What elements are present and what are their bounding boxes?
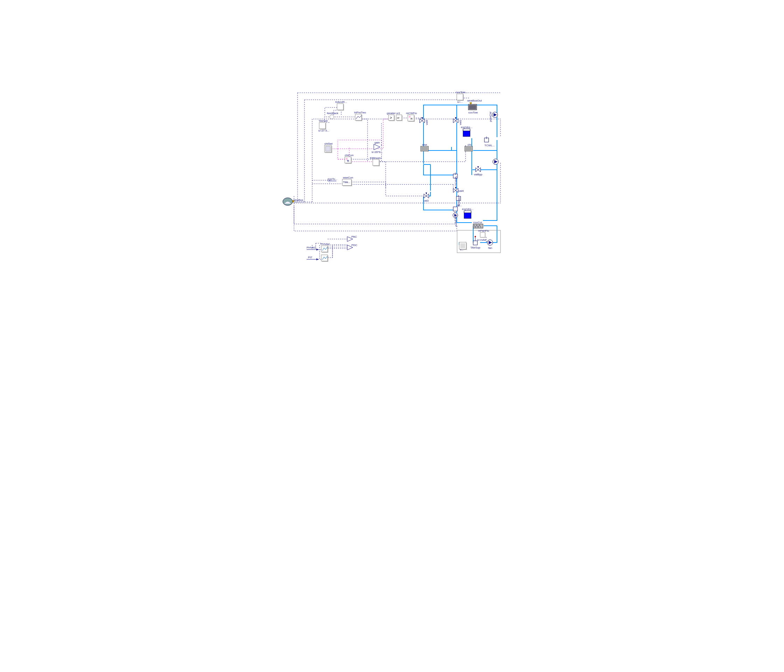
block-TAirSet: TAirSet k=27.5... (319, 119, 329, 132)
svg-rect-15 (325, 146, 330, 151)
svg-text:k=27.5...: k=27.5... (319, 129, 329, 132)
diagram-canvas: weaBus TAirSet k=27.5... feedback triAnd… (185, 0, 599, 350)
svg-marker-22 (374, 144, 380, 150)
block-cooTowSet: cooTow... k=... (456, 91, 467, 104)
svg-text:or: or (397, 116, 399, 119)
svg-rect-59 (463, 129, 470, 131)
svg-text:feedback: feedback (327, 112, 338, 115)
svg-text:valByp: valByp (474, 173, 483, 176)
svg-rect-62 (422, 146, 428, 151)
block-wseCon: TWe... wseCon (342, 176, 353, 186)
fluid-pipes (423, 105, 497, 245)
block-room: r... (459, 242, 467, 251)
block-pumCW: pumCW (489, 112, 498, 122)
svg-text:>: > (390, 116, 392, 120)
svg-rect-53 (469, 105, 476, 109)
svg-text:weaBusOut: weaBusOut (467, 99, 482, 102)
svg-marker-85 (426, 193, 427, 194)
svg-rect-93 (453, 207, 457, 211)
svg-text:pumCHW: pumCHW (454, 214, 457, 226)
svg-rect-98 (464, 212, 471, 218)
label-expTo: expTo... (328, 177, 338, 181)
svg-text:or1: or1 (396, 112, 400, 115)
svg-text:PHVAC: PHVAC (306, 246, 316, 249)
block-cooTow: cooTow (468, 104, 478, 114)
block-fan: fan (487, 240, 493, 250)
svg-text:cooCoi: cooCoi (473, 221, 482, 224)
svg-text:val5: val5 (425, 120, 428, 125)
svg-rect-106 (460, 243, 465, 248)
svg-text:chiSwi: chiSwi (324, 142, 333, 145)
svg-text:KMinusU: KMinusU (370, 156, 381, 160)
svg-text:TCHWL: TCHWL (454, 176, 457, 186)
svg-text:wse: wse (422, 143, 427, 146)
svg-rect-126 (321, 246, 328, 252)
svg-text:PAC: PAC (352, 235, 357, 238)
svg-text:wseCon: wseCon (343, 176, 353, 179)
svg-text:R: R (347, 160, 349, 163)
weather-source: weaBus (283, 198, 303, 205)
block-expVes-bottom: expVes... (462, 208, 474, 218)
block-expVes-top: expVes... (461, 126, 473, 137)
block-KMinusU: KMinusU (370, 156, 381, 166)
svg-text:k=...: k=... (457, 100, 463, 104)
weabus-top: weaBusOut (467, 99, 482, 105)
svg-text:pumCW: pumCW (489, 112, 492, 122)
svg-rect-110 (473, 241, 478, 245)
svg-text:TAirSup: TAirSup (470, 246, 481, 249)
svg-text:fan: fan (488, 246, 492, 250)
svg-text:PDC: PDC (352, 244, 357, 247)
svg-rect-65 (465, 146, 472, 151)
label-weabus: weaBus (293, 198, 303, 202)
svg-rect-8 (337, 104, 343, 110)
svg-text:expVes...: expVes... (462, 208, 474, 211)
svg-text:val1: val1 (459, 120, 462, 125)
svg-rect-11 (355, 114, 362, 120)
svg-text:PIT: PIT (308, 256, 313, 259)
block-mCWFlo: R mCWFlo (406, 112, 417, 122)
svg-text:mFanFlo: mFanFlo (478, 229, 489, 232)
block-feedback: feedback (327, 112, 338, 119)
svg-text:expVes...: expVes... (461, 126, 473, 129)
svg-text:TCWL...: TCWL... (484, 144, 495, 147)
svg-text:PHVAC: PHVAC (320, 243, 330, 246)
block-chi: chi (465, 143, 473, 151)
block-wse: wse (421, 143, 428, 151)
svg-rect-2 (319, 123, 325, 129)
svg-text:expTo...: expTo... (328, 177, 338, 180)
svg-text:cooTow...: cooTow... (456, 91, 467, 94)
svg-text:cooTow: cooTow (468, 111, 478, 114)
block-TAirSup: TAirSup (470, 236, 481, 249)
svg-text:triPreTwo: triPreTwo (354, 111, 366, 114)
svg-point-109 (474, 236, 476, 237)
svg-text:chi: chi (468, 143, 471, 146)
block-chiCon: R chiCon (345, 154, 353, 164)
svg-text:R: R (411, 117, 413, 120)
block-greater: > greater (387, 112, 396, 121)
svg-text:TAirSet: TAirSet (319, 119, 328, 123)
svg-text:triAndR...: triAndR... (335, 100, 347, 104)
block-chiSwi: chiSwi (324, 142, 333, 153)
block-cooCoi: cooCoi (473, 221, 483, 228)
svg-text:greater: greater (387, 112, 396, 115)
svg-marker-79 (478, 166, 479, 168)
svg-text:val3: val3 (423, 199, 429, 202)
block-triAndR: triAndR... (335, 100, 347, 110)
svg-marker-88 (455, 187, 456, 189)
block-triResTwo: triPreTwo (354, 111, 366, 121)
svg-text:gain: gain (375, 141, 380, 144)
svg-text:chiCon: chiCon (345, 154, 353, 157)
svg-text:dif...: dif... (457, 204, 462, 207)
svg-rect-58 (463, 130, 470, 137)
svg-rect-129 (321, 255, 328, 261)
svg-point-5 (330, 115, 334, 119)
block-gain: gain k=20*6... (372, 141, 383, 154)
svg-text:mCWFlo: mCWFlo (406, 112, 417, 115)
block-or1: or or1 (396, 112, 403, 121)
svg-rect-99 (464, 211, 471, 213)
svg-text:TWe...: TWe... (343, 181, 350, 184)
svg-text:k=20*6...: k=20*6... (372, 151, 383, 154)
block-mFanFlo: mFanFlo k=mAir_... (478, 229, 490, 241)
svg-text:val4: val4 (459, 189, 464, 193)
svg-rect-113 (480, 232, 485, 237)
